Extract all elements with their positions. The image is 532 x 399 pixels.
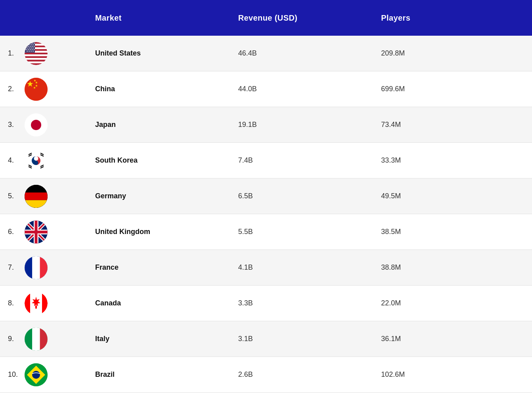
flag-icon-jp (25, 113, 48, 136)
svg-point-37 (32, 49, 33, 50)
rank-number: 4. (8, 156, 19, 165)
svg-point-43 (25, 78, 48, 101)
flag-icon-br (25, 363, 48, 386)
svg-point-51 (31, 120, 41, 130)
svg-point-38 (34, 49, 34, 50)
players-value: 49.5M (381, 192, 524, 200)
svg-point-20 (34, 42, 34, 43)
svg-rect-67 (25, 200, 48, 207)
rank-flag-cell: 7. (8, 256, 95, 279)
svg-rect-3 (25, 44, 48, 45)
svg-point-42 (33, 50, 33, 51)
svg-point-28 (32, 46, 33, 46)
svg-point-33 (33, 47, 33, 48)
svg-point-34 (26, 49, 27, 50)
rank-number: 6. (8, 228, 19, 236)
svg-rect-91 (32, 328, 40, 351)
svg-point-25 (26, 46, 27, 46)
table-row: 1. (0, 36, 532, 71)
main-table: Market Revenue (USD) Players 1. (0, 0, 532, 393)
table-body: 1. (0, 36, 532, 393)
svg-point-27 (30, 46, 31, 46)
rank-number: 1. (8, 49, 19, 58)
rank-number: 10. (8, 370, 19, 379)
market-name: Japan (95, 121, 238, 129)
revenue-value: 19.1B (238, 121, 381, 129)
rank-flag-cell: 10. (8, 363, 95, 386)
svg-point-21 (27, 44, 27, 45)
table-row: 5. Germany 6.5B 49.5M (0, 178, 532, 214)
rank-flag-cell: 5. (8, 185, 95, 208)
svg-point-29 (34, 46, 34, 46)
svg-rect-86 (42, 292, 48, 315)
svg-rect-11 (25, 58, 48, 59)
rank-number: 8. (8, 299, 19, 307)
players-value: 33.3M (381, 156, 524, 165)
flag-icon-gb (25, 221, 48, 244)
rank-number: 5. (8, 192, 19, 200)
svg-point-26 (28, 46, 29, 46)
rank-flag-cell: 3. (8, 113, 95, 136)
svg-rect-80 (25, 256, 32, 279)
svg-point-23 (31, 44, 31, 45)
revenue-value: 4.1B (238, 263, 381, 272)
svg-point-31 (29, 47, 29, 48)
rank-flag-cell: 6. (8, 221, 95, 244)
header-market: Market (95, 13, 238, 23)
rank-number: 9. (8, 335, 19, 343)
svg-rect-90 (25, 328, 32, 351)
players-value: 73.4M (381, 121, 524, 129)
svg-rect-9 (25, 54, 48, 56)
svg-rect-87 (35, 305, 37, 309)
svg-point-16 (26, 42, 27, 43)
flag-icon-it (25, 328, 48, 351)
flag-icon-us (25, 42, 48, 65)
svg-rect-82 (40, 256, 48, 279)
revenue-value: 2.6B (238, 370, 381, 379)
svg-point-30 (27, 47, 27, 48)
svg-rect-92 (40, 328, 48, 351)
svg-rect-66 (25, 192, 48, 200)
table-row: 4. South Korea 7.4B 33.3M (0, 143, 532, 178)
players-value: 102.6M (381, 370, 524, 379)
svg-point-18 (30, 42, 31, 43)
header-revenue: Revenue (USD) (238, 13, 381, 23)
flag-icon-kr (25, 149, 48, 172)
table-row: 3. Japan 19.1B 73.4M (0, 107, 532, 143)
svg-rect-2 (25, 42, 48, 44)
rank-flag-cell: 1. (8, 42, 95, 65)
revenue-value: 3.1B (238, 335, 381, 343)
revenue-value: 44.0B (238, 85, 381, 93)
table-row: 10. Brazil 2.6B 102.6M (0, 357, 532, 393)
svg-point-22 (29, 44, 29, 45)
revenue-value: 6.5B (238, 192, 381, 200)
revenue-value: 3.3B (238, 299, 381, 307)
revenue-value: 7.4B (238, 156, 381, 165)
table-row: 8. Canada 3.3B 22.0M (0, 286, 532, 321)
svg-rect-12 (25, 59, 48, 61)
market-name: United Kingdom (95, 228, 238, 236)
players-value: 209.8M (381, 49, 524, 58)
svg-point-35 (28, 49, 29, 50)
market-name: South Korea (95, 156, 238, 165)
players-value: 38.8M (381, 263, 524, 272)
header-players: Players (381, 13, 524, 23)
rank-flag-cell: 9. (8, 328, 95, 351)
players-value: 22.0M (381, 299, 524, 307)
svg-rect-10 (25, 56, 48, 58)
revenue-value: 5.5B (238, 228, 381, 236)
svg-point-39 (27, 50, 27, 51)
market-name: Brazil (95, 370, 238, 379)
players-value: 38.5M (381, 228, 524, 236)
svg-point-32 (31, 47, 31, 48)
svg-rect-13 (25, 61, 48, 63)
market-name: Italy (95, 335, 238, 343)
table-row: 9. Italy 3.1B 36.1M (0, 321, 532, 357)
market-name: China (95, 85, 238, 93)
svg-rect-65 (25, 185, 48, 192)
flag-icon-de (25, 185, 48, 208)
rank-flag-cell: 8. (8, 292, 95, 315)
svg-point-24 (33, 44, 33, 45)
table-row: 2. China 44.0B 699.6M (0, 71, 532, 107)
flag-icon-cn (25, 78, 48, 101)
